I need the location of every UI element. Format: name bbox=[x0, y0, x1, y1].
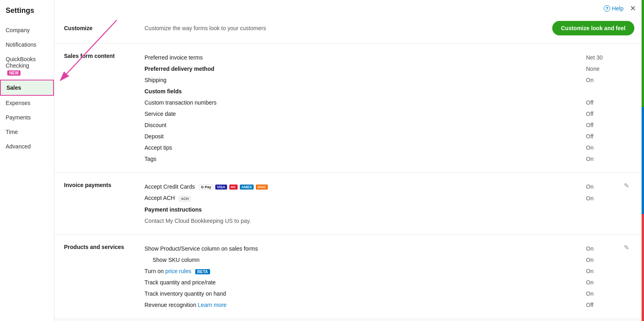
deposit-value: Off bbox=[586, 133, 618, 140]
payment-instructions-detail: Contact My Cloud Bookkeeping US to pay. bbox=[144, 218, 586, 224]
invoice-payments-content: Accept Credit Cards G Pay VISA MC AMEX D… bbox=[144, 181, 618, 226]
service-date-row: Service date Off bbox=[144, 108, 618, 119]
track-quantity-row: Track quantity and price/rate On bbox=[144, 277, 618, 288]
right-color-bars bbox=[642, 0, 644, 321]
accept-credit-cards-name: Accept Credit Cards G Pay VISA MC AMEX D… bbox=[144, 183, 586, 190]
custom-fields-header: Custom fields bbox=[144, 88, 586, 95]
show-sku-name: Show SKU column bbox=[144, 257, 586, 263]
products-services-section: Products and services Show Product/Servi… bbox=[54, 235, 644, 319]
track-inventory-value: On bbox=[586, 290, 618, 297]
track-quantity-value: On bbox=[586, 279, 618, 286]
price-rules-name: Turn on price rules BETA bbox=[144, 268, 586, 274]
track-quantity-name: Track quantity and price/rate bbox=[144, 279, 586, 286]
new-badge: NEW bbox=[7, 70, 21, 76]
preferred-invoice-terms-row: Preferred invoice terms Net 30 bbox=[144, 52, 618, 63]
customize-section: Customize Customize the way forms look t… bbox=[54, 13, 644, 44]
sidebar-item-expenses[interactable]: Expenses bbox=[0, 96, 54, 110]
accept-ach-row: Accept ACH ACH On bbox=[144, 192, 618, 204]
invoice-payments-edit-icon[interactable]: ✎ bbox=[624, 182, 629, 189]
revenue-recognition-value: Off bbox=[586, 302, 618, 308]
sidebar-item-advanced[interactable]: Advanced bbox=[0, 139, 54, 154]
payment-instructions-detail-row: Contact My Cloud Bookkeeping US to pay. bbox=[144, 215, 618, 226]
svg-text:?: ? bbox=[606, 6, 609, 11]
visa-icon: VISA bbox=[215, 184, 227, 190]
custom-fields-header-row: Custom fields bbox=[144, 86, 618, 97]
sidebar-item-sales[interactable]: Sales bbox=[0, 80, 54, 96]
sidebar-item-quickbooks-checking[interactable]: QuickBooks Checking NEW bbox=[0, 52, 54, 80]
shipping-row: Shipping On bbox=[144, 74, 618, 86]
deposit-name: Deposit bbox=[144, 133, 586, 140]
mastercard-icon: MC bbox=[229, 184, 238, 190]
accept-ach-name: Accept ACH ACH bbox=[144, 195, 586, 202]
payment-icons: G Pay VISA MC AMEX DISC bbox=[199, 184, 268, 190]
sidebar: Settings Company Notifications QuickBook… bbox=[0, 0, 54, 321]
close-button[interactable]: ✕ bbox=[630, 4, 636, 13]
preferred-delivery-method-name: Preferred delivery method bbox=[144, 66, 586, 72]
products-services-edit[interactable]: ✎ bbox=[618, 243, 634, 311]
accept-tips-row: Accept tips On bbox=[144, 142, 618, 153]
customize-description: Customize the way forms look to your cus… bbox=[144, 25, 543, 31]
invoice-payments-label: Invoice payments bbox=[64, 181, 144, 226]
show-sku-row: Show SKU column On bbox=[144, 254, 618, 265]
beta-badge: BETA bbox=[195, 269, 210, 274]
discount-name: Discount bbox=[144, 122, 586, 128]
discount-row: Discount Off bbox=[144, 119, 618, 131]
late-fees-section: Late fees Default charge applied to over… bbox=[54, 319, 644, 321]
invoice-payments-section: Invoice payments Accept Credit Cards G P… bbox=[54, 173, 644, 235]
discount-value: Off bbox=[586, 122, 618, 128]
products-services-label: Products and services bbox=[64, 243, 144, 311]
accept-tips-value: On bbox=[586, 144, 618, 151]
sales-form-content-rows: Preferred invoice terms Net 30 Preferred… bbox=[144, 52, 618, 165]
accept-tips-name: Accept tips bbox=[144, 144, 586, 151]
gpay-icon: G Pay bbox=[199, 184, 213, 190]
blue-bar bbox=[642, 107, 644, 214]
price-rules-row: Turn on price rules BETA On bbox=[144, 265, 618, 277]
sidebar-item-payments[interactable]: Payments bbox=[0, 110, 54, 125]
products-services-content: Show Product/Service column on sales for… bbox=[144, 243, 618, 311]
preferred-invoice-terms-name: Preferred invoice terms bbox=[144, 54, 586, 61]
accept-credit-cards-row: Accept Credit Cards G Pay VISA MC AMEX D… bbox=[144, 181, 618, 192]
customize-label: Customize bbox=[64, 25, 144, 31]
track-inventory-row: Track inventory quantity on hand On bbox=[144, 288, 618, 299]
tags-row: Tags On bbox=[144, 153, 618, 165]
help-button[interactable]: ? Help bbox=[604, 5, 623, 12]
help-icon: ? bbox=[604, 5, 610, 12]
show-sku-value: On bbox=[586, 257, 618, 263]
custom-transaction-numbers-row: Custom transaction numbers Off bbox=[144, 97, 618, 108]
show-product-service-name: Show Product/Service column on sales for… bbox=[144, 245, 586, 252]
price-rules-value: On bbox=[586, 268, 618, 274]
amex-icon: AMEX bbox=[239, 184, 254, 190]
accept-credit-cards-value: On bbox=[586, 183, 618, 190]
settings-title: Settings bbox=[0, 0, 54, 23]
red-bar bbox=[642, 214, 644, 321]
sales-form-content-section: Sales form content Preferred invoice ter… bbox=[54, 44, 644, 173]
payment-instructions-header-row: Payment instructions bbox=[144, 204, 618, 215]
preferred-invoice-terms-value: Net 30 bbox=[586, 54, 618, 61]
track-inventory-name: Track inventory quantity on hand bbox=[144, 290, 586, 297]
customize-look-feel-button[interactable]: Customize look and feel bbox=[552, 21, 634, 35]
tags-value: On bbox=[586, 156, 618, 162]
custom-transaction-numbers-value: Off bbox=[586, 99, 618, 106]
revenue-recognition-learn-more-link[interactable]: Learn more bbox=[198, 302, 227, 308]
service-date-name: Service date bbox=[144, 111, 586, 117]
sales-form-content-label: Sales form content bbox=[64, 52, 144, 165]
deposit-row: Deposit Off bbox=[144, 131, 618, 142]
revenue-recognition-row: Revenue recognition Learn more Off bbox=[144, 299, 618, 311]
sidebar-item-time[interactable]: Time bbox=[0, 125, 54, 139]
payment-instructions-header: Payment instructions bbox=[144, 206, 586, 213]
sidebar-item-notifications[interactable]: Notifications bbox=[0, 37, 54, 52]
price-rules-link[interactable]: price rules bbox=[165, 268, 192, 274]
preferred-delivery-method-row: Preferred delivery method None bbox=[144, 63, 618, 74]
show-product-service-value: On bbox=[586, 245, 618, 252]
tags-name: Tags bbox=[144, 156, 586, 162]
revenue-recognition-name: Revenue recognition Learn more bbox=[144, 302, 586, 308]
ach-icon: ACH bbox=[179, 196, 191, 202]
preferred-delivery-method-value: None bbox=[586, 66, 618, 72]
invoice-payments-edit[interactable]: ✎ bbox=[618, 181, 634, 226]
main-content: ? Help ✕ Customize Customize the way for… bbox=[54, 0, 644, 321]
shipping-name: Shipping bbox=[144, 77, 586, 83]
service-date-value: Off bbox=[586, 111, 618, 117]
sales-form-content-edit bbox=[618, 52, 634, 165]
sidebar-item-company[interactable]: Company bbox=[0, 23, 54, 37]
products-services-edit-icon[interactable]: ✎ bbox=[624, 244, 629, 251]
